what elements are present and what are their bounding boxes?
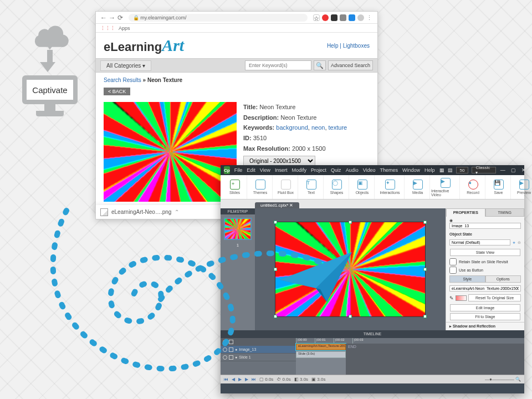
download-filename[interactable]: eLearningArt-Neo….png [111, 209, 171, 215]
timeline-header: TIMELINE [221, 330, 524, 338]
fit-to-stage-button[interactable]: Fit to Stage [450, 313, 520, 320]
ribbon-ivideo[interactable]: ▶Interactive Video [431, 175, 460, 199]
breadcrumb-link[interactable]: Search Results [104, 77, 141, 83]
cloud-to-captivate-graphic: Captivate [17, 17, 83, 116]
maximize-button[interactable]: ▢ [510, 167, 517, 173]
timeline-clip-slide[interactable]: Slide (3.0s) [296, 351, 346, 358]
timeline-panel: ●Image_13 ●Slide 1 |00:00|00:01 |00:02|0… [221, 338, 524, 375]
ribbon-interactions[interactable]: ✦Interactions [376, 175, 405, 199]
captivate-app-icon: Cp [224, 166, 230, 174]
filmstrip-header: FILMSTRIP [221, 208, 255, 214]
browser-extensions[interactable]: ☆ ⋮ [313, 14, 373, 21]
ribbon-shapes[interactable]: ◯Shapes [325, 175, 349, 199]
chevron-up-icon[interactable]: ⌃ [175, 209, 179, 215]
address-bar[interactable]: 🔒 my.elearningart.com/ [129, 14, 308, 22]
next-icon[interactable]: ▶ [245, 377, 248, 382]
object-state-label: Object State [446, 231, 524, 238]
document-tab[interactable]: untitled1.cptx* ✕ [255, 202, 299, 208]
tab-timing[interactable]: TIMING [485, 208, 525, 217]
advanced-search-button[interactable]: Advanced Search [328, 60, 373, 70]
search-button[interactable]: 🔍 [314, 60, 326, 70]
filmstrip-slide-1[interactable] [224, 218, 252, 240]
delete-state-icon[interactable]: ⊖ [518, 241, 521, 245]
monitor-label: Captivate [22, 75, 78, 104]
stage[interactable] [255, 208, 446, 330]
timeline-tracks[interactable]: |00:00|00:01 |00:02|00:03 eLearningArt-N… [296, 338, 524, 375]
ribbon-text[interactable]: TText [299, 175, 324, 199]
shadow-section[interactable]: ▸ Shadow and Reflection [446, 322, 524, 330]
subtab-style[interactable]: Style [449, 275, 485, 283]
keyword-link[interactable]: neon [311, 124, 325, 131]
browser-nav-buttons[interactable]: ← → ⟳ [100, 14, 123, 22]
ribbon-slides[interactable]: ＋Slides [223, 175, 247, 199]
browser-chrome: ← → ⟳ 🔒 my.elearningart.com/ ☆ ⋮ [96, 12, 377, 24]
search-input[interactable] [245, 60, 311, 70]
state-select[interactable] [449, 239, 510, 245]
layout-icon[interactable]: ▤ [448, 167, 453, 173]
prev-icon[interactable]: ◀ [232, 377, 235, 382]
ribbon-record[interactable]: ●Record [461, 175, 485, 199]
tab-properties[interactable]: PROPERTIES [446, 208, 485, 217]
minimize-button[interactable]: — [499, 167, 507, 173]
state-view-button[interactable]: State View [450, 249, 520, 256]
categories-dropdown[interactable]: All Categories ▾ [100, 60, 151, 71]
close-button[interactable]: ✕ [520, 167, 527, 173]
captivate-menu[interactable]: FileEditView InsertModifyProject QuizAud… [234, 167, 435, 173]
svg-rect-0 [47, 35, 53, 43]
ribbon-save[interactable]: 💾Save [487, 175, 511, 199]
timeline-playbar[interactable]: ⏮ ◀ ▶ ▶ ⏭ ▢ 0.0s ⏱ 0.0s ◧ 3.0s ▣ 3.0s —●… [221, 375, 524, 383]
timeline-track-image[interactable]: ●Image_13 [221, 346, 296, 354]
category-search-bar: All Categories ▾ 🔍 Advanced Search [96, 58, 377, 73]
breadcrumb: Search Results » Neon Texture [96, 73, 377, 88]
site-logo[interactable]: eLearningArt [104, 36, 184, 55]
layout-icon[interactable]: ▦ [439, 167, 444, 173]
subtab-options[interactable]: Options [485, 275, 521, 283]
bookmarks-bar[interactable]: ⋮⋮⋮ Apps [96, 24, 377, 33]
filmstrip-panel: FILMSTRIP 1 [221, 208, 255, 330]
edit-image-button[interactable]: Edit Image [450, 304, 520, 311]
stage-canvas[interactable] [275, 222, 425, 316]
keyword-link[interactable]: texture [329, 124, 347, 131]
filmstrip-slide-number: 1 [221, 243, 255, 247]
eye-icon[interactable] [223, 340, 227, 344]
reset-size-button[interactable]: Reset To Original Size [468, 294, 521, 301]
lock-icon[interactable] [229, 340, 233, 344]
ribbon-media[interactable]: ▶Media [406, 175, 430, 199]
apps-label[interactable]: Apps [119, 25, 130, 31]
ribbon-preview[interactable]: ▶Preview [512, 175, 532, 199]
down-arrow-icon [45, 50, 55, 72]
keyword-link[interactable]: background [276, 124, 308, 131]
retain-state-checkbox[interactable]: Retain State on Slide Revisit [446, 258, 524, 266]
end-icon[interactable]: ⏭ [252, 377, 256, 382]
rewind-icon[interactable]: ⏮ [224, 377, 228, 382]
ribbon-themes[interactable]: Themes [248, 175, 273, 199]
apps-icon[interactable]: ⋮⋮⋮ [100, 25, 115, 31]
captivate-ribbon: ＋Slides Themes Fluid Box TText ◯Shapes ▣… [221, 175, 524, 200]
play-icon[interactable]: ▶ [238, 377, 242, 382]
asset-preview[interactable] [104, 102, 237, 202]
timeline-clip-image[interactable]: eLearningArt-Neon_Texture-2000x1500-351… [296, 344, 346, 350]
edit-swatch-icon[interactable]: ✎ [449, 295, 454, 301]
file-icon [100, 208, 108, 216]
ribbon-objects[interactable]: ▣Objects [350, 175, 375, 199]
zoom-field[interactable]: 50 [456, 167, 469, 173]
cloud-download-icon [17, 17, 83, 50]
timeline-track-slide[interactable]: ●Slide 1 [221, 354, 296, 361]
color-swatch[interactable] [456, 295, 467, 301]
timeline-end-region: END [346, 344, 524, 375]
captivate-titlebar: Cp FileEditView InsertModifyProject Quiz… [221, 165, 524, 175]
use-as-button-checkbox[interactable]: Use as Button [446, 266, 524, 274]
workspace-select[interactable]: Classic ▾ [472, 167, 495, 173]
captivate-window: Cp FileEditView InsertModifyProject Quiz… [221, 165, 524, 393]
ribbon-fluidbox: Fluid Box [274, 175, 298, 199]
back-button[interactable]: < BACK [104, 88, 130, 95]
image-filename-field[interactable] [449, 285, 521, 291]
object-name-field[interactable] [449, 223, 521, 229]
properties-panel: PROPERTIES TIMING ◉ Object State ＋ ⊖ Sta… [446, 208, 524, 330]
timeline-ruler: |00:00|00:01 |00:02|00:03 [296, 338, 524, 344]
header-links[interactable]: Help | Lightboxes [327, 43, 370, 49]
monitor-icon: Captivate [22, 75, 78, 116]
add-state-icon[interactable]: ＋ [512, 240, 516, 245]
